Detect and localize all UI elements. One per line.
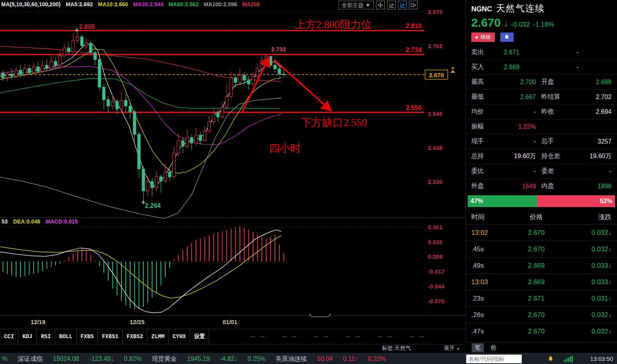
indicator-tab-设置[interactable]: 设置 — [190, 329, 209, 344]
connection-signal-icon — [564, 356, 573, 362]
quote-label: 均价 — [471, 108, 496, 116]
macd-legend-item: MACD:0.015 — [46, 218, 78, 225]
ticker-item[interactable]: 0.82% — [124, 355, 141, 362]
quote-value: 1.22% — [496, 123, 536, 130]
ma-legend-item: MA10:2.660 — [98, 1, 128, 7]
candlestick-chart-svg[interactable]: 2.8702.7622.5462.4382.3300.0610.0350.009… — [0, 0, 465, 315]
indicator-tab-fxbs1[interactable]: FXBS1 — [98, 329, 123, 344]
indicator-tab-cyhx[interactable]: CYHX — [169, 329, 190, 344]
ticker-item[interactable]: 美原油连续 — [275, 355, 307, 363]
quote-label: 振幅 — [471, 123, 496, 131]
trade-change: 0.033↓ — [568, 262, 612, 270]
trade-price: 2.670 — [505, 245, 568, 253]
trade-change: 0.032↓ — [568, 245, 612, 253]
ticker-item[interactable]: 0.11↑ — [343, 355, 358, 362]
indicator-tab-fxbs[interactable]: FXBS — [77, 329, 98, 344]
chart-area[interactable]: MA(5,10,30,60,100,200)MA5:2.692MA10:2.66… — [0, 0, 465, 364]
remove-watchlist-button[interactable]: ♥ 移除 — [471, 32, 495, 42]
quote-row: 买入2.669- — [466, 60, 617, 75]
trade-price: 2.670 — [505, 311, 568, 319]
svg-text:2.670: 2.670 — [429, 72, 444, 78]
move-crosshair-icon[interactable] — [376, 1, 385, 9]
quote-value: 1649 — [496, 183, 536, 190]
notification-bell-icon[interactable] — [548, 356, 554, 362]
quote-row: 现手-总手3257 — [466, 134, 617, 149]
macd-legend-item: DEA:0.046 — [13, 218, 40, 225]
macd-legend-item: 53 — [2, 218, 8, 225]
svg-text:2.805: 2.805 — [79, 23, 95, 30]
indicator-tab-zlmm[interactable]: ZLMM — [147, 329, 169, 344]
quote-value: 2.688 — [572, 79, 612, 86]
buy-sell-ratio-bar: 47% 53% — [468, 195, 615, 207]
quote-value: - — [555, 49, 612, 56]
quote-value: 2.669 — [496, 64, 519, 71]
time-sales-row: .45s2.6700.032↓ — [466, 241, 617, 257]
indicator-tab-cci[interactable]: CCI — [0, 329, 18, 344]
indicator-tab-rsi[interactable]: RSI — [37, 329, 55, 344]
search-input[interactable] — [466, 355, 522, 363]
ticker-item[interactable]: % — [2, 355, 7, 362]
ticker-item[interactable]: 0.22% — [368, 355, 385, 362]
indicator-tab-boll[interactable]: BOLL — [55, 329, 77, 344]
expand-button[interactable]: 展开▲ — [444, 345, 460, 352]
axis-scale-icon[interactable] — [387, 1, 396, 9]
svg-text:-0.044: -0.044 — [428, 283, 445, 290]
time-sales-row: .26s2.6700.032↓ — [466, 306, 617, 323]
quote-row: 最高2.700开盘2.688 — [466, 75, 617, 90]
market-ticker-bar: %深证成指15024.08-123.49↓0.82%现货黄金1945.19-4.… — [0, 353, 467, 364]
collapse-handle[interactable] — [309, 313, 331, 317]
indicator-tab-kdj[interactable]: KDJ — [18, 329, 37, 344]
bell-icon — [504, 34, 509, 40]
ticker-item[interactable]: 50.04 — [317, 355, 333, 362]
quote-row: 委比-委差- — [466, 164, 617, 179]
dock-right-icon[interactable] — [409, 1, 418, 9]
svg-text:上方2.800阻力位: 上方2.800阻力位 — [295, 19, 372, 31]
quote-value: - — [572, 168, 612, 175]
alert-bell-button[interactable] — [500, 32, 514, 42]
ticker-item[interactable]: -4.82↓ — [220, 355, 237, 362]
ticker-item[interactable]: 深证成指 — [18, 355, 43, 363]
quote-row: 卖出2.671- — [466, 45, 617, 60]
time-sales-mode-tabs: 笔价 — [465, 342, 617, 353]
trade-time: .47s — [471, 328, 505, 335]
sales-mode-tab[interactable]: 笔 — [472, 343, 484, 352]
trade-change: 0.032↓ — [568, 328, 612, 335]
quote-row: 最低2.667昨结算2.702 — [466, 90, 617, 105]
quote-label: 开盘 — [536, 78, 572, 86]
ticker-item[interactable]: 0.25% — [248, 355, 265, 362]
axis-scale-active-icon[interactable] — [398, 1, 407, 9]
instrument-code: NGNC — [471, 5, 492, 13]
watchlist-actions: ♥ 移除 — [466, 29, 617, 44]
theme-selector-button[interactable]: 全部主题 ▼ — [338, 1, 374, 9]
quote-value: 19.60万 — [572, 152, 612, 160]
x-axis-label: 01/01 — [223, 319, 237, 325]
x-axis-label: 12/25 — [130, 319, 145, 325]
ticker-item[interactable]: 现货黄金 — [152, 355, 177, 363]
x-axis-label: 12/19 — [31, 319, 45, 325]
ticker-item[interactable]: -123.49↓ — [89, 355, 114, 362]
price-change: -0.032 — [511, 21, 530, 29]
trade-price: 2.670 — [505, 328, 568, 335]
quote-row: 均价-昨收2.694 — [466, 105, 617, 119]
trade-change: 0.031↓ — [568, 295, 612, 303]
trade-change: 0.032↓ — [568, 311, 612, 319]
trade-change: 0.032↓ — [568, 229, 612, 237]
price-change-percent: -1.18% — [533, 21, 554, 29]
svg-text:2.810: 2.810 — [406, 23, 422, 29]
trade-price: 2.669 — [505, 262, 568, 270]
sales-mode-tab[interactable]: 价 — [488, 343, 500, 352]
ma-legend-item: MA100:2.596 — [204, 1, 237, 7]
svg-text:2.438: 2.438 — [428, 144, 443, 151]
quote-label: 现手 — [471, 137, 496, 146]
ticker-item[interactable]: 1945.19 — [187, 355, 210, 362]
ma-legend-item: MA5:2.692 — [66, 1, 93, 7]
time-sales-row: 13:022.6700.032↓ — [466, 224, 617, 241]
last-price-row: 2.670 ↓ -0.032 -1.18% — [466, 14, 617, 29]
trade-change: 0.033↓ — [568, 278, 612, 286]
trade-time: 13:03 — [471, 278, 505, 286]
heart-icon: ♥ — [475, 34, 478, 40]
quote-label: 卖出 — [471, 48, 496, 56]
quote-label: 最高 — [471, 78, 496, 86]
ticker-item[interactable]: 15024.08 — [53, 355, 79, 362]
indicator-tab-fxbs2[interactable]: FXBS2 — [123, 329, 147, 344]
